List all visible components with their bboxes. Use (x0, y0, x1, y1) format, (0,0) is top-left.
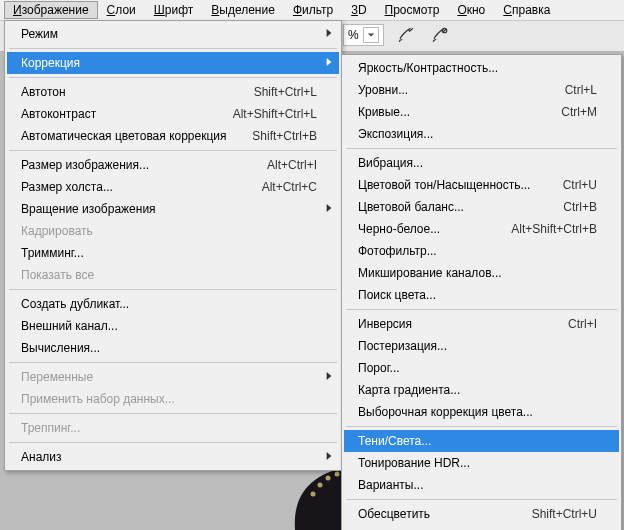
menu-item-label: Автоматическая цветовая коррекция (21, 129, 228, 143)
menu-item[interactable]: Яркость/Контрастность... (344, 57, 619, 79)
menu-item-label: Создать дубликат... (21, 297, 317, 311)
menu-item: Применить набор данных... (7, 388, 339, 410)
chevron-down-icon[interactable] (363, 27, 379, 43)
menu-item-shortcut: Ctrl+L (565, 83, 597, 97)
menu-separator (9, 289, 337, 290)
menubar-item[interactable]: Справка (494, 1, 559, 19)
menu-item[interactable]: ИнверсияCtrl+I (344, 313, 619, 335)
menu-item-label: Выборочная коррекция цвета... (358, 405, 597, 419)
menu-item-label: Микширование каналов... (358, 266, 597, 280)
menu-item[interactable]: Карта градиента... (344, 379, 619, 401)
menu-item[interactable]: Черно-белое...Alt+Shift+Ctrl+B (344, 218, 619, 240)
menu-item-label: Цветовой баланс... (358, 200, 539, 214)
menu-separator (9, 150, 337, 151)
menu-item[interactable]: ОбесцветитьShift+Ctrl+U (344, 503, 619, 525)
menu-item[interactable]: Размер холста...Alt+Ctrl+C (7, 176, 339, 198)
menubar-item[interactable]: Фильтр (284, 1, 342, 19)
menubar-item[interactable]: 3D (342, 1, 375, 19)
menu-item[interactable]: Микширование каналов... (344, 262, 619, 284)
menu-item[interactable]: Цветовой тон/Насыщенность...Ctrl+U (344, 174, 619, 196)
menu-item[interactable]: Тонирование HDR... (344, 452, 619, 474)
menu-item-label: Автотон (21, 85, 230, 99)
zoom-dropdown[interactable]: % (343, 24, 384, 46)
menu-item[interactable]: АвтотонShift+Ctrl+L (7, 81, 339, 103)
brush-cancel-icon[interactable] (428, 24, 452, 46)
menubar-item[interactable]: Просмотр (376, 1, 449, 19)
menu-item-label: Фотофильтр... (358, 244, 597, 258)
menu-item[interactable]: Варианты... (344, 474, 619, 496)
chevron-right-icon (325, 27, 333, 41)
menu-item-label: Режим (21, 27, 317, 41)
menu-separator (9, 48, 337, 49)
chevron-right-icon (325, 370, 333, 384)
menu-item-label: Автоконтраст (21, 107, 209, 121)
menu-separator (9, 442, 337, 443)
menu-item[interactable]: Подобрать цвет... (344, 525, 619, 530)
menubar-item[interactable]: Слои (98, 1, 145, 19)
menu-item[interactable]: АвтоконтрастAlt+Shift+Ctrl+L (7, 103, 339, 125)
svg-point-3 (335, 472, 340, 477)
menu-item-label: Показать все (21, 268, 317, 282)
svg-point-1 (318, 483, 323, 488)
menubar-item[interactable]: Изображение (4, 1, 98, 19)
menu-separator (346, 499, 617, 500)
menu-item[interactable]: Тримминг... (7, 242, 339, 264)
menu-item-label: Экспозиция... (358, 127, 597, 141)
menubar: ИзображениеСлоиШрифтВыделениеФильтр3DПро… (0, 0, 624, 21)
menubar-item[interactable]: Шрифт (145, 1, 202, 19)
menu-item[interactable]: Кривые...Ctrl+M (344, 101, 619, 123)
menu-item[interactable]: Поиск цвета... (344, 284, 619, 306)
menu-item-shortcut: Shift+Ctrl+B (252, 129, 317, 143)
menu-item[interactable]: Тени/Света... (344, 430, 619, 452)
menu-item: Показать все (7, 264, 339, 286)
menu-item-label: Тримминг... (21, 246, 317, 260)
menu-separator (9, 77, 337, 78)
menu-item[interactable]: Фотофильтр... (344, 240, 619, 262)
menu-separator (346, 309, 617, 310)
menu-item-label: Варианты... (358, 478, 597, 492)
svg-point-2 (326, 476, 331, 481)
svg-point-4 (311, 492, 316, 497)
menu-item-label: Яркость/Контрастность... (358, 61, 597, 75)
menu-item-label: Цветовой тон/Насыщенность... (358, 178, 539, 192)
menu-item-shortcut: Ctrl+B (563, 200, 597, 214)
menu-item-label: Поиск цвета... (358, 288, 597, 302)
menu-item: Переменные (7, 366, 339, 388)
menu-item[interactable]: Цветовой баланс...Ctrl+B (344, 196, 619, 218)
menu-item[interactable]: Экспозиция... (344, 123, 619, 145)
menu-item-shortcut: Ctrl+I (568, 317, 597, 331)
menu-separator (346, 426, 617, 427)
menu-item[interactable]: Выборочная коррекция цвета... (344, 401, 619, 423)
menu-item[interactable]: Автоматическая цветовая коррекцияShift+C… (7, 125, 339, 147)
menu-item-label: Размер холста... (21, 180, 238, 194)
menu-item-shortcut: Shift+Ctrl+U (532, 507, 597, 521)
menu-separator (9, 362, 337, 363)
menu-item[interactable]: Порог... (344, 357, 619, 379)
menu-item-label: Инверсия (358, 317, 544, 331)
brush-check-icon[interactable] (394, 24, 418, 46)
menu-item[interactable]: Анализ (7, 446, 339, 468)
menu-item[interactable]: Коррекция (7, 52, 339, 74)
menubar-item[interactable]: Окно (448, 1, 494, 19)
menu-item-label: Тонирование HDR... (358, 456, 597, 470)
menu-item-label: Порог... (358, 361, 597, 375)
menu-item-label: Уровни... (358, 83, 541, 97)
menu-item-shortcut: Ctrl+M (561, 105, 597, 119)
menu-item[interactable]: Постеризация... (344, 335, 619, 357)
menu-item-label: Кадрировать (21, 224, 317, 238)
menu-item[interactable]: Режим (7, 23, 339, 45)
menu-item-label: Внешний канал... (21, 319, 317, 333)
menu-item[interactable]: Вычисления... (7, 337, 339, 359)
chevron-right-icon (325, 202, 333, 216)
menu-separator (9, 413, 337, 414)
menu-item[interactable]: Уровни...Ctrl+L (344, 79, 619, 101)
menu-item[interactable]: Размер изображения...Alt+Ctrl+I (7, 154, 339, 176)
menu-item[interactable]: Внешний канал... (7, 315, 339, 337)
menu-item[interactable]: Вибрация... (344, 152, 619, 174)
menu-item-shortcut: Ctrl+U (563, 178, 597, 192)
menu-item[interactable]: Вращение изображения (7, 198, 339, 220)
menu-item-label: Коррекция (21, 56, 317, 70)
menubar-item[interactable]: Выделение (202, 1, 284, 19)
menu-separator (346, 148, 617, 149)
menu-item[interactable]: Создать дубликат... (7, 293, 339, 315)
